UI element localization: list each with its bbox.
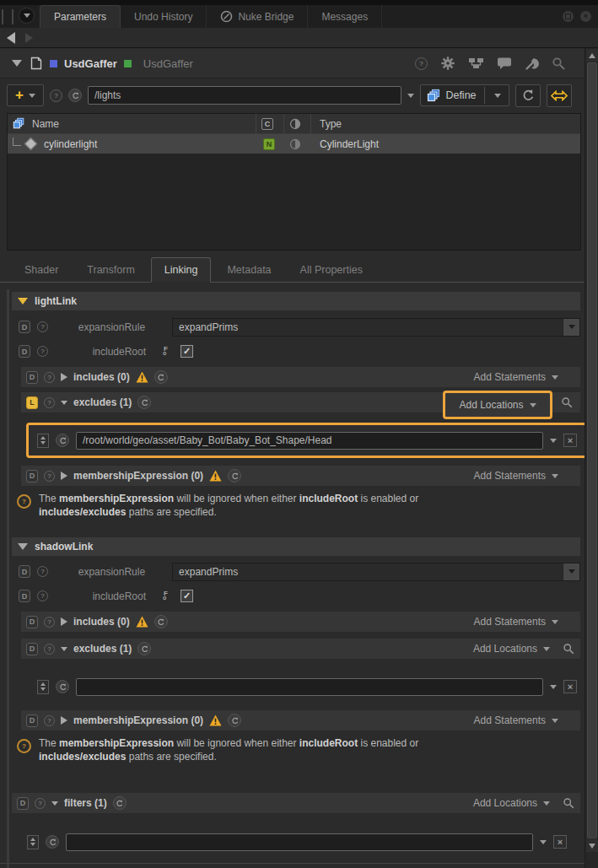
add-locations-dropdown[interactable]: Add Locations [473, 797, 574, 809]
param-help-icon[interactable]: ? [44, 715, 55, 726]
tab-shader[interactable]: Shader [12, 258, 71, 282]
forward-arrow-icon[interactable] [25, 33, 33, 43]
revert-icon[interactable] [113, 796, 127, 810]
shadowlink-section-header[interactable]: shadowLink [12, 537, 580, 556]
reorder-handle-icon[interactable] [37, 434, 49, 448]
scrollbar-thumb[interactable] [587, 62, 597, 838]
path-help-icon[interactable]: ? [50, 89, 62, 102]
visibility-half-circle-icon[interactable] [289, 118, 301, 130]
pane-menu-button[interactable] [19, 8, 35, 24]
tab-nuke-bridge[interactable]: Nuke Bridge [207, 5, 308, 28]
expand-icon[interactable] [61, 617, 67, 626]
search-locations-icon[interactable] [563, 643, 575, 655]
add-statements-dropdown[interactable]: Add Statements [474, 616, 574, 628]
lightlink-section-header[interactable]: lightLink [12, 292, 580, 310]
reorder-handle-icon[interactable] [27, 835, 39, 849]
reorder-handle-icon[interactable] [37, 680, 49, 694]
revert-icon[interactable] [56, 680, 69, 693]
help-icon[interactable]: ? [415, 57, 428, 70]
tab-all-properties[interactable]: All Properties [288, 258, 375, 282]
node-graph-icon[interactable] [468, 57, 484, 70]
collapse-icon[interactable] [18, 543, 28, 550]
scroll-up-icon[interactable] [586, 49, 598, 62]
sync-selection-button[interactable] [547, 84, 572, 107]
param-help-icon[interactable]: ? [37, 321, 48, 332]
pane-grip[interactable] [2, 9, 13, 24]
collapse-node-icon[interactable] [12, 60, 22, 67]
add-statements-dropdown[interactable]: Add Statements [474, 470, 574, 482]
filter-path-input-empty[interactable] [66, 833, 533, 851]
tab-parameters[interactable]: Parameters [40, 5, 121, 28]
param-help-icon[interactable]: ? [37, 590, 48, 601]
tab-transform[interactable]: Transform [74, 258, 148, 282]
param-help-icon[interactable]: ? [44, 397, 55, 408]
vertical-scrollbar[interactable] [585, 48, 598, 868]
exclude-path-input-empty[interactable] [76, 678, 543, 696]
includeroot-checkbox[interactable]: ✓ [180, 345, 193, 358]
float-pane-icon[interactable] [563, 11, 574, 22]
param-help-icon[interactable]: ? [37, 346, 48, 357]
visibility-toggle-icon[interactable] [289, 138, 301, 150]
add-statements-dropdown[interactable]: Add Statements [474, 714, 574, 726]
revert-icon[interactable] [154, 370, 168, 384]
revert-icon[interactable] [56, 434, 69, 447]
revert-icon[interactable] [154, 615, 168, 628]
revert-icon[interactable] [228, 469, 241, 483]
path-dropdown-icon[interactable] [540, 840, 547, 844]
tab-metadata[interactable]: Metadata [214, 258, 283, 282]
collapse-icon[interactable] [51, 801, 58, 806]
column-type[interactable]: Type [320, 118, 342, 130]
revert-icon[interactable] [228, 714, 241, 727]
param-help-icon[interactable]: ? [44, 617, 55, 628]
expansionrule-dropdown[interactable]: expandPrims [172, 318, 580, 337]
root-path-input[interactable] [88, 86, 401, 105]
revert-icon[interactable] [46, 835, 59, 849]
path-dropdown-icon[interactable] [407, 94, 414, 98]
tab-linking[interactable]: Linking [151, 257, 212, 283]
chevron-down-icon[interactable] [563, 563, 579, 580]
expand-icon[interactable] [61, 472, 67, 480]
gear-icon[interactable] [440, 56, 455, 71]
tab-messages[interactable]: Messages [308, 5, 382, 28]
param-help-icon[interactable]: ? [35, 798, 46, 809]
expand-icon[interactable] [61, 716, 67, 725]
revert-icon[interactable] [137, 642, 151, 655]
chevron-down-icon[interactable] [563, 319, 579, 336]
add-item-button[interactable]: + [7, 84, 44, 106]
path-dropdown-icon[interactable] [550, 439, 557, 443]
revert-icon[interactable] [137, 396, 151, 409]
column-c-badge[interactable]: C [261, 118, 273, 130]
add-statements-dropdown[interactable]: Add Statements [474, 371, 574, 383]
remove-path-button[interactable]: × [563, 434, 577, 447]
collapse-icon[interactable] [61, 647, 67, 651]
scroll-down-icon[interactable] [586, 839, 598, 852]
expansionrule-dropdown[interactable]: expandPrims [172, 563, 580, 581]
param-help-icon[interactable]: ? [44, 644, 55, 655]
tree-row-cylinderlight[interactable]: cylinderlight N CylinderLight [8, 134, 580, 154]
back-arrow-icon[interactable] [7, 32, 15, 44]
refresh-button[interactable] [515, 84, 541, 107]
includeroot-checkbox[interactable]: ✓ [180, 590, 193, 602]
comment-bubble-icon[interactable] [497, 57, 512, 70]
param-help-icon[interactable]: ? [37, 566, 48, 577]
search-locations-icon[interactable] [561, 396, 574, 409]
collapse-icon[interactable] [61, 401, 67, 405]
remove-path-button[interactable]: × [553, 835, 567, 849]
param-help-icon[interactable]: ? [44, 372, 55, 383]
search-locations-icon[interactable] [563, 797, 575, 810]
param-help-icon[interactable]: ? [44, 471, 55, 482]
wrench-icon[interactable] [525, 57, 539, 71]
search-icon[interactable] [552, 57, 566, 71]
path-revert-icon[interactable] [68, 89, 82, 102]
exclude-path-input[interactable] [76, 432, 543, 450]
path-dropdown-icon[interactable] [550, 685, 557, 689]
define-dropdown-button[interactable]: Define [420, 84, 509, 106]
column-name[interactable]: Name [32, 118, 59, 130]
add-locations-dropdown[interactable]: Add Locations [473, 643, 574, 655]
add-locations-dropdown-highlighted[interactable]: Add Locations [443, 391, 552, 419]
remove-path-button[interactable]: × [563, 680, 577, 693]
tab-undo-history[interactable]: Undo History [121, 5, 207, 28]
expand-icon[interactable] [61, 373, 67, 381]
close-pane-icon[interactable]: × [580, 11, 591, 22]
collapse-icon[interactable] [18, 298, 28, 305]
